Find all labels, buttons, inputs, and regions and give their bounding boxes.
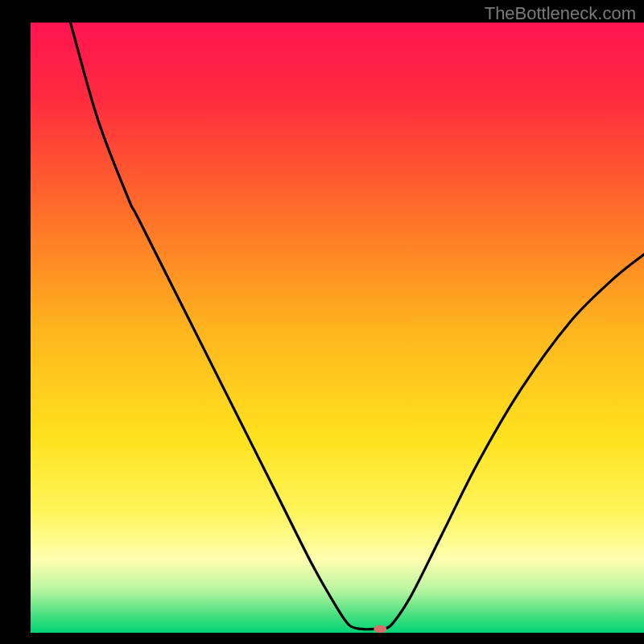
plot-area <box>31 23 644 633</box>
bottom-border <box>0 633 644 644</box>
chart-svg <box>0 0 644 644</box>
watermark-text: TheBottleneck.com <box>485 3 636 24</box>
chart-container: TheBottleneck.com <box>0 0 644 644</box>
left-border <box>0 0 31 644</box>
min-point-marker <box>374 625 386 633</box>
